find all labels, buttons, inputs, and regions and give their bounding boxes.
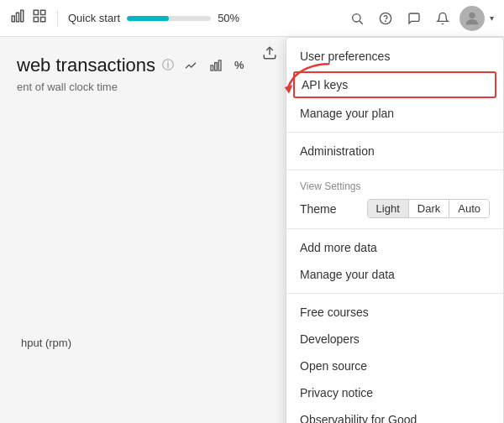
svg-point-10 bbox=[386, 21, 386, 22]
svg-rect-6 bbox=[41, 18, 45, 22]
bar-chart-icon-2[interactable] bbox=[206, 57, 226, 77]
quick-start-label: Quick start bbox=[68, 12, 120, 24]
observability-for-good-item[interactable]: Observability for Good bbox=[286, 406, 503, 423]
open-source-item[interactable]: Open source bbox=[286, 352, 503, 379]
line-chart-icon[interactable] bbox=[181, 57, 201, 77]
svg-point-11 bbox=[469, 12, 475, 18]
svg-rect-3 bbox=[34, 10, 38, 14]
theme-buttons: Light Dark Auto bbox=[367, 199, 490, 218]
api-keys-item[interactable]: API keys bbox=[293, 71, 496, 98]
privacy-notice-item[interactable]: Privacy notice bbox=[286, 379, 503, 406]
svg-rect-14 bbox=[215, 63, 218, 70]
svg-rect-15 bbox=[218, 60, 221, 70]
topbar: Quick start 50% ▾ bbox=[0, 0, 504, 37]
menu-section-account: User preferences API keys Manage your pl… bbox=[286, 38, 503, 133]
view-settings-label: View Settings bbox=[286, 175, 503, 194]
avatar[interactable] bbox=[459, 6, 485, 31]
menu-section-admin: Administration bbox=[286, 133, 503, 170]
menu-section-data: Add more data Manage your data bbox=[286, 229, 503, 294]
administration-item[interactable]: Administration bbox=[286, 138, 503, 164]
divider bbox=[57, 10, 58, 27]
svg-line-8 bbox=[360, 21, 363, 24]
theme-label: Theme bbox=[300, 202, 360, 216]
svg-point-7 bbox=[353, 13, 360, 21]
topbar-right: ▾ bbox=[345, 6, 494, 31]
user-dropdown-menu: User preferences API keys Manage your pl… bbox=[286, 37, 504, 423]
notification-icon[interactable] bbox=[431, 7, 454, 30]
theme-light-button[interactable]: Light bbox=[368, 200, 409, 217]
bar-chart-icon[interactable] bbox=[10, 8, 25, 28]
developers-item[interactable]: Developers bbox=[286, 326, 503, 352]
manage-plan-item[interactable]: Manage your plan bbox=[286, 100, 503, 127]
search-icon[interactable] bbox=[345, 7, 369, 30]
progress-bar bbox=[127, 16, 211, 21]
chart-type-icons: % bbox=[181, 57, 248, 77]
theme-dark-button[interactable]: Dark bbox=[409, 200, 449, 217]
progress-percent: 50% bbox=[218, 12, 239, 24]
theme-auto-button[interactable]: Auto bbox=[449, 200, 489, 217]
free-courses-item[interactable]: Free courses bbox=[286, 299, 503, 326]
help-icon[interactable] bbox=[374, 7, 397, 30]
grid-icon[interactable] bbox=[32, 8, 47, 28]
add-more-data-item[interactable]: Add more data bbox=[286, 234, 503, 261]
avatar-caret-icon[interactable]: ▾ bbox=[490, 13, 494, 23]
chat-icon[interactable] bbox=[402, 7, 426, 30]
upload-icon[interactable] bbox=[262, 45, 277, 65]
theme-row: Theme Light Dark Auto bbox=[286, 194, 503, 223]
svg-rect-4 bbox=[41, 10, 45, 14]
svg-rect-2 bbox=[21, 10, 24, 22]
svg-rect-13 bbox=[211, 65, 213, 70]
svg-rect-1 bbox=[17, 13, 19, 22]
menu-section-theme: View Settings Theme Light Dark Auto bbox=[286, 170, 503, 229]
info-icon[interactable]: ⓘ bbox=[162, 58, 174, 73]
percent-icon[interactable]: % bbox=[231, 57, 248, 77]
manage-your-data-item[interactable]: Manage your data bbox=[286, 261, 503, 288]
progress-bar-fill bbox=[127, 16, 169, 21]
svg-rect-0 bbox=[12, 16, 14, 22]
menu-section-links: Free courses Developers Open source Priv… bbox=[286, 294, 503, 423]
svg-rect-5 bbox=[34, 18, 38, 22]
user-preferences-item[interactable]: User preferences bbox=[286, 43, 503, 70]
